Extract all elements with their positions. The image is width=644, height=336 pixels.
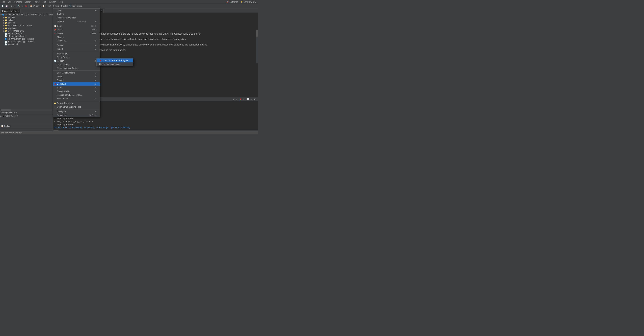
cm-delete[interactable]: ✕ Delete Delete	[53, 32, 100, 35]
save-btn[interactable]: 💾	[5, 4, 8, 8]
menu-navigate[interactable]: Navigate	[13, 0, 23, 3]
adapter-icon: 📱	[2, 115, 4, 117]
submenu-silicon-labs-arm[interactable]: 🐞 1 Silicon Labs ARM Program	[96, 59, 133, 62]
welcome-tab-btn[interactable]: 🏠 Welcome	[29, 4, 41, 8]
folder-icon-includes: 📁	[5, 19, 7, 21]
menu-edit[interactable]: Edit	[6, 0, 13, 3]
debug-btn[interactable]: 🐞	[24, 4, 28, 8]
cm-system-view[interactable]: SystemView ▶	[53, 97, 100, 101]
cm-new[interactable]: New ▶	[53, 9, 100, 12]
tree-toggle-autogen[interactable]: ▶	[3, 22, 5, 24]
cm-debug-as[interactable]: 🐞 Debug As ▶	[53, 82, 100, 86]
cm-go-into[interactable]: Go Into	[53, 12, 100, 16]
tree-item-gnu-arm-label: GNU ARM v10.3.1 - Default	[8, 24, 53, 27]
tree-item-root[interactable]: ▼ 🔷 ble_throughput_app_soc [GNU ARM v10.…	[0, 14, 53, 16]
copy-icon: 📋	[54, 25, 56, 27]
tree-item-includes[interactable]: ▶ 📁 Includes	[0, 19, 53, 22]
menu-search[interactable]: Search	[23, 0, 32, 3]
tab-project-explorer-label: Project Explorer	[2, 10, 16, 12]
tree-item-binaries[interactable]: ▶ 📁 Binaries	[0, 16, 53, 19]
cm-browse-files[interactable]: 📁 Browse Files Here	[53, 101, 100, 105]
cm-properties[interactable]: Properties Alt+Enter	[53, 113, 100, 117]
folder-icon-binaries: 📁	[5, 17, 7, 19]
cm-rename[interactable]: Rename... F2	[53, 39, 100, 43]
cm-refresh[interactable]: 🔄 Refresh F5	[53, 59, 100, 63]
cm-close-project[interactable]: Close Project	[53, 63, 100, 67]
cm-move[interactable]: Move...	[53, 35, 100, 39]
tree-item-slps[interactable]: ▶ 📄 ble_throughput_app_soc.slps	[0, 40, 53, 43]
tree-item-gnu-arm[interactable]: ▶ 📁 GNU ARM v10.3.1 - Default	[0, 24, 53, 27]
tree-item-ble-throughput-label: rsi_ble_throughput.c	[8, 35, 53, 38]
cm-copy[interactable]: 📋 Copy Ctrl+C	[53, 24, 100, 28]
tree-toggle-root[interactable]: ▼	[0, 14, 2, 16]
menu-window[interactable]: Window	[48, 0, 58, 3]
cm-source[interactable]: Source ▶	[53, 44, 100, 47]
recent-btn[interactable]: 📋 Recent	[42, 4, 52, 8]
cm-restore-local-history[interactable]: Restore from Local History...	[53, 93, 100, 97]
tree-item-autogen[interactable]: ▶ 📁 autogen	[0, 22, 53, 24]
context-menu: New ▶ Go Into Open in New Window Show In…	[53, 9, 100, 117]
debug-adapters-title: Debug Adapters	[1, 112, 15, 114]
build-btn[interactable]: 🔨	[17, 4, 21, 8]
tree-item-readme[interactable]: ▶ 📄 readme.md	[0, 43, 53, 46]
cm-open-new-window[interactable]: Open in New Window	[53, 16, 100, 20]
tree-item-ble-config[interactable]: ▶ 📄 rsi_ble_config.h	[0, 32, 53, 35]
cm-compare-with[interactable]: Compare With ▶	[53, 90, 100, 93]
console-pin-btn[interactable]: 📌	[239, 98, 242, 101]
menu-file[interactable]: File	[1, 0, 6, 3]
launcher-icon[interactable]: 🚀 Launcher	[226, 0, 239, 3]
tab-project-explorer[interactable]: Project Explorer ✕	[0, 9, 20, 13]
debug-adapter-item[interactable]: ▶ 📱 Si917 Single B	[0, 115, 53, 118]
tab-readme-close[interactable]: ✕	[100, 10, 102, 12]
console-close-btn[interactable]: ✕	[254, 98, 256, 101]
debug-adapters-close-btn[interactable]: ✕	[16, 112, 17, 113]
menu-help[interactable]: Help	[58, 0, 64, 3]
tree-toggle-gnu-arm[interactable]: ▶	[3, 24, 5, 27]
tree-item-wiseconnect[interactable]: ▶ 📁 wiseconnect_1.0.0	[0, 30, 53, 32]
simplicity-ide-btn[interactable]: ⚡ Simplicity IDE	[240, 0, 257, 3]
tree-item-slcp[interactable]: ▶ 🔷 ble_throughput_app_soc.slcp	[0, 38, 53, 40]
cm-run-as-arrow: ▶	[95, 79, 96, 81]
cm-build-configs[interactable]: Build Configurations ▶	[53, 71, 100, 75]
cmd-icon: ⬛	[54, 106, 56, 108]
tree-item-ble-throughput[interactable]: ▶ 📄 rsi_ble_throughput.c	[0, 35, 53, 38]
new-btn[interactable]: 📄	[1, 4, 4, 8]
cm-build-configs-arrow: ▶	[95, 72, 96, 74]
cm-import[interactable]: Import ▶	[53, 47, 100, 51]
run-btn[interactable]: ▶	[21, 4, 24, 8]
console-maximize-btn[interactable]: ⬜	[246, 98, 250, 101]
console-scroll-btn[interactable]: ⬇	[236, 98, 238, 101]
cm-clean-project[interactable]: Clean Project	[53, 55, 100, 59]
tab-project-explorer-close[interactable]: ✕	[17, 10, 18, 12]
forward-btn[interactable]: ▶	[13, 4, 16, 8]
submenu-debug-configs[interactable]: Debug Configurations...	[96, 62, 133, 66]
console-wrap-btn[interactable]: ↩	[243, 98, 246, 101]
cm-team[interactable]: Team ▶	[53, 86, 100, 90]
cm-build-project[interactable]: Build Project	[53, 52, 100, 55]
back-btn[interactable]: ◀	[10, 4, 12, 8]
console-hscroll[interactable]	[53, 129, 258, 131]
cm-show-in-arrow: ▶	[95, 21, 96, 23]
console-minimize-btn[interactable]: —	[250, 98, 253, 101]
console-clear-btn[interactable]: ✕	[232, 98, 235, 101]
preferences-btn[interactable]: 🔧 Preferences	[68, 4, 83, 8]
menu-run[interactable]: Run	[42, 0, 48, 3]
cm-show-in[interactable]: Show In Alt+Shift+W ▶	[53, 20, 100, 23]
cm-open-command-line[interactable]: ⬛ Open Command Line Here	[53, 105, 100, 109]
cm-paste[interactable]: 📌 Paste Ctrl+V	[53, 28, 100, 32]
tree-item-resources[interactable]: ▶ 📁 resources	[0, 27, 53, 30]
install-btn[interactable]: ⬇ Install	[60, 4, 68, 8]
cm-index[interactable]: Index ▶	[53, 75, 100, 78]
menu-project[interactable]: Project	[32, 0, 41, 3]
cm-close-unrelated[interactable]: Close Unrelated Project	[53, 67, 100, 70]
tree-toggle-binaries[interactable]: ▶	[3, 16, 5, 19]
status-bar: ble_throughput_app_soc	[0, 131, 258, 134]
cm-configure[interactable]: Configure ▶	[53, 110, 100, 113]
tree-toggle-resources[interactable]: ▶	[3, 27, 5, 29]
cm-configure-arrow: ▶	[95, 111, 96, 112]
tree-toggle-adapter[interactable]: ▶	[0, 115, 2, 117]
tree-toggle-includes[interactable]: ▶	[3, 19, 5, 21]
tree-toggle-wiseconnect[interactable]: ▶	[3, 30, 5, 32]
cm-run-as[interactable]: Run As ▶	[53, 78, 100, 82]
tools-btn[interactable]: ⚙ Tools	[52, 4, 60, 8]
